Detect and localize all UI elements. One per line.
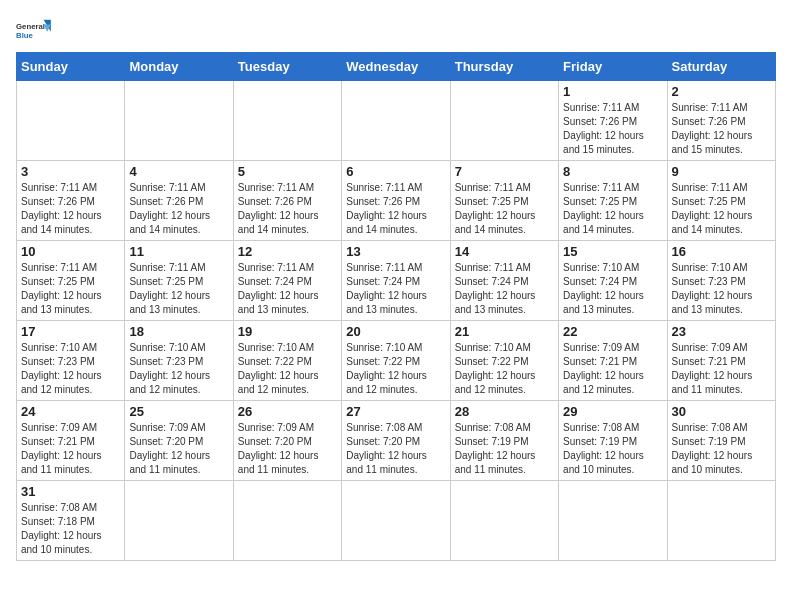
weekday-header-friday: Friday <box>559 53 667 81</box>
day-info: Sunrise: 7:11 AMSunset: 7:25 PMDaylight:… <box>672 181 771 237</box>
svg-text:General: General <box>16 22 45 31</box>
calendar-day-cell: 31Sunrise: 7:08 AMSunset: 7:18 PMDayligh… <box>17 481 125 561</box>
day-info: Sunrise: 7:10 AMSunset: 7:24 PMDaylight:… <box>563 261 662 317</box>
day-info: Sunrise: 7:11 AMSunset: 7:26 PMDaylight:… <box>21 181 120 237</box>
calendar-day-cell: 7Sunrise: 7:11 AMSunset: 7:25 PMDaylight… <box>450 161 558 241</box>
calendar-day-cell <box>17 81 125 161</box>
day-number: 1 <box>563 84 662 99</box>
day-info: Sunrise: 7:11 AMSunset: 7:24 PMDaylight:… <box>238 261 337 317</box>
day-info: Sunrise: 7:08 AMSunset: 7:19 PMDaylight:… <box>672 421 771 477</box>
day-info: Sunrise: 7:11 AMSunset: 7:25 PMDaylight:… <box>455 181 554 237</box>
calendar-day-cell: 23Sunrise: 7:09 AMSunset: 7:21 PMDayligh… <box>667 321 775 401</box>
day-info: Sunrise: 7:10 AMSunset: 7:22 PMDaylight:… <box>346 341 445 397</box>
calendar-day-cell: 22Sunrise: 7:09 AMSunset: 7:21 PMDayligh… <box>559 321 667 401</box>
calendar-day-cell: 1Sunrise: 7:11 AMSunset: 7:26 PMDaylight… <box>559 81 667 161</box>
calendar-day-cell: 30Sunrise: 7:08 AMSunset: 7:19 PMDayligh… <box>667 401 775 481</box>
calendar-day-cell: 21Sunrise: 7:10 AMSunset: 7:22 PMDayligh… <box>450 321 558 401</box>
day-number: 7 <box>455 164 554 179</box>
calendar-day-cell <box>125 81 233 161</box>
day-number: 13 <box>346 244 445 259</box>
day-info: Sunrise: 7:09 AMSunset: 7:20 PMDaylight:… <box>129 421 228 477</box>
day-number: 14 <box>455 244 554 259</box>
calendar-day-cell: 25Sunrise: 7:09 AMSunset: 7:20 PMDayligh… <box>125 401 233 481</box>
day-info: Sunrise: 7:09 AMSunset: 7:21 PMDaylight:… <box>563 341 662 397</box>
svg-text:Blue: Blue <box>16 31 34 40</box>
day-number: 30 <box>672 404 771 419</box>
page-header: GeneralBlue <box>16 16 776 44</box>
day-number: 8 <box>563 164 662 179</box>
day-info: Sunrise: 7:11 AMSunset: 7:26 PMDaylight:… <box>672 101 771 157</box>
day-number: 18 <box>129 324 228 339</box>
day-number: 17 <box>21 324 120 339</box>
day-number: 29 <box>563 404 662 419</box>
calendar-day-cell: 8Sunrise: 7:11 AMSunset: 7:25 PMDaylight… <box>559 161 667 241</box>
calendar-week-row: 31Sunrise: 7:08 AMSunset: 7:18 PMDayligh… <box>17 481 776 561</box>
calendar-day-cell: 28Sunrise: 7:08 AMSunset: 7:19 PMDayligh… <box>450 401 558 481</box>
day-info: Sunrise: 7:09 AMSunset: 7:21 PMDaylight:… <box>672 341 771 397</box>
calendar-day-cell: 17Sunrise: 7:10 AMSunset: 7:23 PMDayligh… <box>17 321 125 401</box>
calendar-day-cell: 2Sunrise: 7:11 AMSunset: 7:26 PMDaylight… <box>667 81 775 161</box>
day-number: 15 <box>563 244 662 259</box>
day-number: 22 <box>563 324 662 339</box>
calendar-day-cell: 24Sunrise: 7:09 AMSunset: 7:21 PMDayligh… <box>17 401 125 481</box>
weekday-header-saturday: Saturday <box>667 53 775 81</box>
day-info: Sunrise: 7:11 AMSunset: 7:24 PMDaylight:… <box>346 261 445 317</box>
day-number: 21 <box>455 324 554 339</box>
calendar-day-cell: 9Sunrise: 7:11 AMSunset: 7:25 PMDaylight… <box>667 161 775 241</box>
day-info: Sunrise: 7:11 AMSunset: 7:26 PMDaylight:… <box>129 181 228 237</box>
day-number: 5 <box>238 164 337 179</box>
calendar-day-cell: 19Sunrise: 7:10 AMSunset: 7:22 PMDayligh… <box>233 321 341 401</box>
calendar-day-cell: 15Sunrise: 7:10 AMSunset: 7:24 PMDayligh… <box>559 241 667 321</box>
weekday-header-row: SundayMondayTuesdayWednesdayThursdayFrid… <box>17 53 776 81</box>
calendar-day-cell <box>559 481 667 561</box>
calendar-day-cell: 26Sunrise: 7:09 AMSunset: 7:20 PMDayligh… <box>233 401 341 481</box>
day-info: Sunrise: 7:08 AMSunset: 7:20 PMDaylight:… <box>346 421 445 477</box>
day-info: Sunrise: 7:11 AMSunset: 7:25 PMDaylight:… <box>563 181 662 237</box>
day-number: 26 <box>238 404 337 419</box>
calendar-day-cell <box>667 481 775 561</box>
day-info: Sunrise: 7:11 AMSunset: 7:26 PMDaylight:… <box>346 181 445 237</box>
day-number: 2 <box>672 84 771 99</box>
day-info: Sunrise: 7:11 AMSunset: 7:26 PMDaylight:… <box>238 181 337 237</box>
day-number: 25 <box>129 404 228 419</box>
day-info: Sunrise: 7:08 AMSunset: 7:18 PMDaylight:… <box>21 501 120 557</box>
calendar-table: SundayMondayTuesdayWednesdayThursdayFrid… <box>16 52 776 561</box>
day-number: 9 <box>672 164 771 179</box>
calendar-day-cell <box>125 481 233 561</box>
day-info: Sunrise: 7:11 AMSunset: 7:25 PMDaylight:… <box>129 261 228 317</box>
calendar-day-cell: 20Sunrise: 7:10 AMSunset: 7:22 PMDayligh… <box>342 321 450 401</box>
weekday-header-sunday: Sunday <box>17 53 125 81</box>
calendar-day-cell: 16Sunrise: 7:10 AMSunset: 7:23 PMDayligh… <box>667 241 775 321</box>
day-info: Sunrise: 7:11 AMSunset: 7:25 PMDaylight:… <box>21 261 120 317</box>
calendar-day-cell: 5Sunrise: 7:11 AMSunset: 7:26 PMDaylight… <box>233 161 341 241</box>
calendar-day-cell: 6Sunrise: 7:11 AMSunset: 7:26 PMDaylight… <box>342 161 450 241</box>
calendar-day-cell <box>450 81 558 161</box>
day-number: 28 <box>455 404 554 419</box>
calendar-week-row: 10Sunrise: 7:11 AMSunset: 7:25 PMDayligh… <box>17 241 776 321</box>
calendar-day-cell: 11Sunrise: 7:11 AMSunset: 7:25 PMDayligh… <box>125 241 233 321</box>
calendar-day-cell <box>233 481 341 561</box>
calendar-day-cell: 3Sunrise: 7:11 AMSunset: 7:26 PMDaylight… <box>17 161 125 241</box>
calendar-day-cell <box>233 81 341 161</box>
calendar-day-cell: 4Sunrise: 7:11 AMSunset: 7:26 PMDaylight… <box>125 161 233 241</box>
day-number: 6 <box>346 164 445 179</box>
day-info: Sunrise: 7:10 AMSunset: 7:22 PMDaylight:… <box>238 341 337 397</box>
day-number: 20 <box>346 324 445 339</box>
day-number: 12 <box>238 244 337 259</box>
calendar-day-cell <box>450 481 558 561</box>
generalblue-logo-icon: GeneralBlue <box>16 16 52 44</box>
calendar-day-cell <box>342 481 450 561</box>
calendar-week-row: 3Sunrise: 7:11 AMSunset: 7:26 PMDaylight… <box>17 161 776 241</box>
weekday-header-wednesday: Wednesday <box>342 53 450 81</box>
calendar-day-cell: 10Sunrise: 7:11 AMSunset: 7:25 PMDayligh… <box>17 241 125 321</box>
calendar-day-cell: 12Sunrise: 7:11 AMSunset: 7:24 PMDayligh… <box>233 241 341 321</box>
weekday-header-thursday: Thursday <box>450 53 558 81</box>
calendar-week-row: 24Sunrise: 7:09 AMSunset: 7:21 PMDayligh… <box>17 401 776 481</box>
calendar-week-row: 17Sunrise: 7:10 AMSunset: 7:23 PMDayligh… <box>17 321 776 401</box>
day-number: 24 <box>21 404 120 419</box>
weekday-header-tuesday: Tuesday <box>233 53 341 81</box>
day-number: 16 <box>672 244 771 259</box>
day-info: Sunrise: 7:09 AMSunset: 7:20 PMDaylight:… <box>238 421 337 477</box>
day-info: Sunrise: 7:11 AMSunset: 7:24 PMDaylight:… <box>455 261 554 317</box>
calendar-day-cell: 29Sunrise: 7:08 AMSunset: 7:19 PMDayligh… <box>559 401 667 481</box>
